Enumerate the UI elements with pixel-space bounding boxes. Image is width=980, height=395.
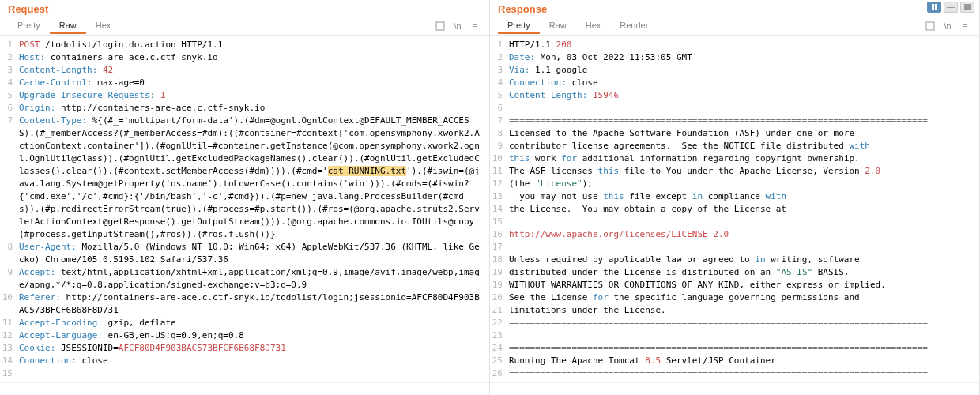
request-line: 10Referer: http://containers-are-ace.c.c… xyxy=(0,292,489,317)
request-line: 11Accept-Encoding: gzip, deflate xyxy=(0,317,489,329)
request-line: 13Cookie: JSESSIONID=AFCF80D4F903BAC573B… xyxy=(0,342,489,355)
response-line: 4Connection: close xyxy=(490,77,979,89)
response-line: 6 xyxy=(490,102,979,115)
response-tab-hex[interactable]: Hex xyxy=(576,18,611,34)
request-line-number: 4 xyxy=(0,77,19,89)
response-line: 22======================================… xyxy=(490,317,979,329)
response-line-number: 21 xyxy=(490,304,509,317)
response-line-number: 5 xyxy=(490,89,509,102)
request-line: 7Content-Type: %{(#_='multipart/form-dat… xyxy=(0,115,489,241)
request-line-content: Upgrade-Insecure-Requests: 1 xyxy=(19,89,489,102)
request-actions-icon[interactable] xyxy=(434,20,447,32)
response-tabs: PrettyRawHexRender \n ≡ xyxy=(490,17,979,36)
request-line-content: POST /todolist/login.do.action HTTP/1.1 xyxy=(19,39,489,51)
response-tab-raw[interactable]: Raw xyxy=(540,18,576,34)
response-line-content xyxy=(509,102,979,115)
request-line-content: Cache-Control: max-age=0 xyxy=(19,77,489,89)
response-line-content xyxy=(509,241,979,254)
response-newline-toggle[interactable]: \n xyxy=(941,20,954,32)
request-line: 9Accept: text/html,application/xhtml+xml… xyxy=(0,266,489,292)
request-line-content: Host: containers-are-ace.c.ctf-snyk.io xyxy=(19,51,489,64)
response-line-number: 4 xyxy=(490,77,509,89)
response-line: 11The ASF licenses this file to You unde… xyxy=(490,165,979,178)
response-line-content: you may not use this file except in comp… xyxy=(509,190,979,203)
response-line-content: HTTP/1.1 200 xyxy=(509,39,979,51)
request-line-number: 10 xyxy=(0,292,19,317)
request-tab-hex[interactable]: Hex xyxy=(86,18,121,34)
response-line-content: Running The Apache Tomcat 8.5 Servlet/JS… xyxy=(509,355,979,367)
request-line: 8User-Agent: Mozilla/5.0 (Windows NT 10.… xyxy=(0,241,489,266)
layout-columns-button[interactable] xyxy=(927,2,941,13)
request-tabs: PrettyRawHex \n ≡ xyxy=(0,17,489,36)
response-line-content: Licensed to the Apache Software Foundati… xyxy=(509,127,979,140)
response-line-number: 23 xyxy=(490,329,509,342)
response-line-number: 20 xyxy=(490,292,509,304)
response-tab-pretty[interactable]: Pretty xyxy=(498,18,540,34)
layout-single-button[interactable] xyxy=(960,2,974,13)
response-line-content: http://www.apache.org/licenses/LICENSE-2… xyxy=(509,228,979,241)
response-line-content: WITHOUT WARRANTIES OR CONDITIONS OF ANY … xyxy=(509,279,979,292)
request-body[interactable]: 1POST /todolist/login.do.action HTTP/1.1… xyxy=(0,36,489,382)
request-line: 6Origin: http://containers-are-ace.c.ctf… xyxy=(0,102,489,115)
request-line: 5Upgrade-Insecure-Requests: 1 xyxy=(0,89,489,102)
request-title: Request xyxy=(0,0,489,17)
response-line: 14the License. You may obtain a copy of … xyxy=(490,203,979,216)
response-tab-render[interactable]: Render xyxy=(610,18,658,34)
response-line: 2Date: Mon, 03 Oct 2022 11:53:05 GMT xyxy=(490,51,979,64)
response-title: Response xyxy=(490,0,979,17)
request-newline-toggle[interactable]: \n xyxy=(451,20,464,32)
response-line: 7=======================================… xyxy=(490,115,979,127)
request-line-number: 15 xyxy=(0,367,19,380)
response-line-content: ========================================… xyxy=(509,115,979,127)
response-line-number: 1 xyxy=(490,39,509,51)
response-line-number: 12 xyxy=(490,178,509,190)
request-line-number: 13 xyxy=(0,342,19,355)
request-tab-pretty[interactable]: Pretty xyxy=(8,18,50,34)
request-line: 4Cache-Control: max-age=0 xyxy=(0,77,489,89)
request-line-number: 1 xyxy=(0,39,19,51)
request-line-number: 12 xyxy=(0,329,19,342)
layout-controls xyxy=(927,2,974,13)
response-line: 3Via: 1.1 google xyxy=(490,64,979,77)
request-line-number: 9 xyxy=(0,266,19,292)
request-line-content: Accept: text/html,application/xhtml+xml,… xyxy=(19,266,489,292)
response-line: 5Content-Length: 15946 xyxy=(490,89,979,102)
svg-rect-0 xyxy=(436,22,444,30)
request-line-number: 7 xyxy=(0,115,19,241)
request-line-number: 11 xyxy=(0,317,19,329)
response-line-content: Connection: close xyxy=(509,77,979,89)
response-line-number: 24 xyxy=(490,342,509,355)
response-line: 24======================================… xyxy=(490,342,979,355)
request-line-number: 8 xyxy=(0,241,19,266)
response-line-content xyxy=(509,216,979,228)
request-tab-raw[interactable]: Raw xyxy=(50,18,86,34)
response-line: 13 you may not use this file except in c… xyxy=(490,190,979,203)
response-line-number: 19 xyxy=(490,279,509,292)
response-line-number: 16 xyxy=(490,228,509,241)
response-line: 1HTTP/1.1 200 xyxy=(490,39,979,51)
response-line-content: ========================================… xyxy=(509,317,979,329)
response-menu-icon[interactable]: ≡ xyxy=(959,20,971,32)
response-line-content: Unless required by applicable law or agr… xyxy=(509,254,979,266)
layout-rows-button[interactable] xyxy=(944,2,958,13)
request-line-content: Accept-Language: en-GB,en-US;q=0.9,en;q=… xyxy=(19,329,489,342)
response-line-content: The ASF licenses this file to You under … xyxy=(509,165,979,178)
response-line: 8Licensed to the Apache Software Foundat… xyxy=(490,127,979,140)
response-body[interactable]: 1HTTP/1.1 2002Date: Mon, 03 Oct 2022 11:… xyxy=(490,36,979,382)
request-line: 2Host: containers-are-ace.c.ctf-snyk.io xyxy=(0,51,489,64)
response-line-content: this work for additional information reg… xyxy=(509,152,979,165)
request-line-content: Content-Length: 42 xyxy=(19,64,489,77)
response-line: 21limitations under the License. xyxy=(490,304,979,317)
response-line-number: 13 xyxy=(490,190,509,203)
response-line-content: distributed under the License is distrib… xyxy=(509,266,979,279)
request-menu-icon[interactable]: ≡ xyxy=(469,20,481,32)
response-line-number: 15 xyxy=(490,216,509,228)
response-panel: Response PrettyRawHexRender \n ≡ 1HTTP/1… xyxy=(490,0,980,395)
request-line: 15 xyxy=(0,367,489,380)
response-line-content: Date: Mon, 03 Oct 2022 11:53:05 GMT xyxy=(509,51,979,64)
request-line-number: 6 xyxy=(0,102,19,115)
response-line-content: the License. You may obtain a copy of th… xyxy=(509,203,979,216)
response-line-number: 3 xyxy=(490,64,509,77)
response-line: 19distributed under the License is distr… xyxy=(490,266,979,279)
response-actions-icon[interactable] xyxy=(924,20,937,32)
